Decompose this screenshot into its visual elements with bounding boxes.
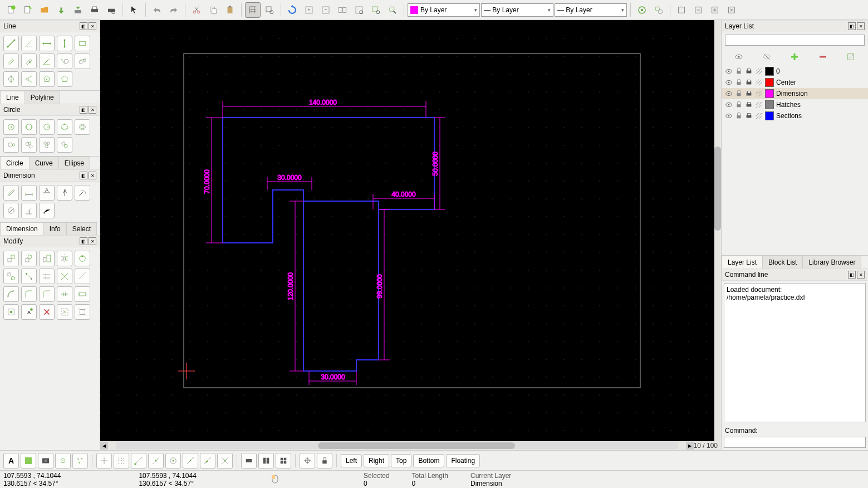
save-as-button[interactable]: [70, 2, 86, 18]
line-angle-button[interactable]: [21, 36, 37, 51]
print-icon[interactable]: [745, 79, 753, 86]
modify-delete-button[interactable]: [39, 304, 55, 320]
snap-center-button[interactable]: [165, 453, 181, 469]
tab-circle[interactable]: Circle: [0, 157, 30, 169]
window-close-button[interactable]: [724, 2, 739, 18]
print-preview-button[interactable]: [104, 2, 119, 18]
zoom-out-button[interactable]: −: [318, 2, 334, 18]
lock-icon[interactable]: [735, 79, 743, 86]
line-orthogonal-button[interactable]: [3, 71, 19, 87]
construction-icon[interactable]: [755, 101, 763, 109]
dim-leader-button[interactable]: [39, 203, 55, 218]
modify-divide-button[interactable]: [57, 286, 72, 302]
panel-float-icon[interactable]: ◧: [80, 106, 87, 114]
panel-float-icon[interactable]: ◧: [80, 22, 87, 30]
window-minimize-button[interactable]: [690, 2, 706, 18]
line-polygon-cor-button[interactable]: [57, 71, 72, 87]
zoom-draft-button[interactable]: [262, 2, 277, 18]
print-icon[interactable]: [745, 101, 753, 109]
panel-close-icon[interactable]: ✕: [89, 22, 96, 30]
panel-close-icon[interactable]: ✕: [857, 22, 865, 30]
circle-tan3-button[interactable]: [39, 137, 55, 153]
dim-angular-button[interactable]: [21, 203, 37, 218]
modify-move-button[interactable]: [3, 251, 19, 266]
modify-rotate2-button[interactable]: [3, 269, 19, 284]
modify-scale-button[interactable]: [39, 251, 55, 266]
circle-2points-radius-button[interactable]: [39, 119, 55, 135]
layer-add-button[interactable]: [787, 49, 802, 65]
tab-select[interactable]: Select: [66, 222, 97, 235]
redo-button[interactable]: [166, 2, 182, 18]
layer-row[interactable]: 0: [722, 66, 868, 77]
snap-middle-button[interactable]: [183, 453, 198, 469]
modify-revert-button[interactable]: [21, 269, 37, 284]
save-button[interactable]: [53, 2, 69, 18]
linetype-combo[interactable]: — By Layer▾: [555, 3, 627, 17]
layer-remove-button[interactable]: [815, 49, 831, 65]
line-tangent-cc-button[interactable]: [75, 53, 90, 69]
layer-row[interactable]: Dimension: [722, 88, 868, 99]
panel-float-icon[interactable]: ◧: [848, 22, 856, 30]
copy-button[interactable]: [205, 2, 221, 18]
circle-concentric-button[interactable]: [75, 119, 90, 135]
tab-line[interactable]: Line: [0, 91, 25, 104]
layer-row[interactable]: Sections: [722, 110, 868, 121]
construction-icon[interactable]: [755, 90, 763, 97]
line-vertical-button[interactable]: [57, 36, 72, 51]
print-icon[interactable]: [745, 112, 753, 120]
layer-row[interactable]: Hatches: [722, 99, 868, 110]
point-button[interactable]: [55, 453, 71, 469]
circle-2points-button[interactable]: [21, 119, 37, 135]
snap-endpoint-button[interactable]: [131, 453, 146, 469]
lock-relative-zero-button[interactable]: [317, 453, 332, 469]
modify-trim2-button[interactable]: [57, 269, 72, 284]
lock-icon[interactable]: [735, 67, 743, 75]
line-polygon-cen-button[interactable]: [39, 71, 55, 87]
modify-move-rotate-button[interactable]: [75, 251, 90, 266]
panel-close-icon[interactable]: ✕: [89, 172, 96, 179]
eye-icon[interactable]: [725, 112, 733, 120]
panel-float-icon[interactable]: ◧: [80, 237, 87, 245]
eye-icon[interactable]: [725, 79, 733, 86]
panel-close-icon[interactable]: ✕: [857, 271, 865, 279]
line-parallel-through-button[interactable]: [21, 53, 37, 69]
modify-mirror-button[interactable]: [57, 251, 72, 266]
panel-close-icon[interactable]: ✕: [89, 106, 96, 114]
snap-free-button[interactable]: [96, 453, 112, 469]
open-file-button[interactable]: [37, 2, 52, 18]
lock-icon[interactable]: [735, 90, 743, 97]
window-maximize-button[interactable]: [707, 2, 723, 18]
construction-icon[interactable]: [755, 79, 763, 86]
line-rectangle-button[interactable]: [75, 36, 90, 51]
undo-button[interactable]: [149, 2, 165, 18]
eye-icon[interactable]: [725, 90, 733, 97]
lock-icon[interactable]: [735, 101, 743, 109]
panel-float-icon[interactable]: ◧: [848, 271, 856, 279]
dim-radial-button[interactable]: [75, 185, 90, 201]
modify-bevel-button[interactable]: [21, 286, 37, 302]
modify-trim-button[interactable]: [39, 269, 55, 284]
tab-polyline[interactable]: Polyline: [24, 91, 60, 104]
modify-properties-button[interactable]: [3, 304, 19, 320]
dock-floating-button[interactable]: Floating: [446, 454, 480, 467]
horizontal-scrollbar[interactable]: ◀▶ 10 / 100: [100, 441, 721, 450]
new-file-button[interactable]: [3, 2, 19, 18]
line-parallel-button[interactable]: [3, 53, 19, 69]
vertical-scrollbar[interactable]: [714, 20, 721, 441]
modify-explode-text-button[interactable]: [57, 304, 72, 320]
mtext-button[interactable]: A: [3, 453, 19, 469]
tab-dimension[interactable]: Dimension: [0, 222, 44, 235]
panel-float-icon[interactable]: ◧: [80, 172, 87, 179]
selection-pointer-button[interactable]: [126, 2, 142, 18]
line-tangent-pc-button[interactable]: [57, 53, 72, 69]
paste-button[interactable]: [222, 2, 238, 18]
modify-lengthen-button[interactable]: [75, 269, 90, 284]
layer-filter-input[interactable]: [725, 35, 865, 46]
dock-bottom-button[interactable]: Bottom: [413, 454, 444, 467]
relative-zero-button[interactable]: [300, 453, 315, 469]
line-2points-button[interactable]: [3, 36, 19, 51]
new-from-template-button[interactable]: [20, 2, 36, 18]
dim-aligned-button[interactable]: [3, 185, 19, 201]
layer-showall-button[interactable]: [731, 49, 747, 65]
lock-icon[interactable]: [735, 112, 743, 120]
